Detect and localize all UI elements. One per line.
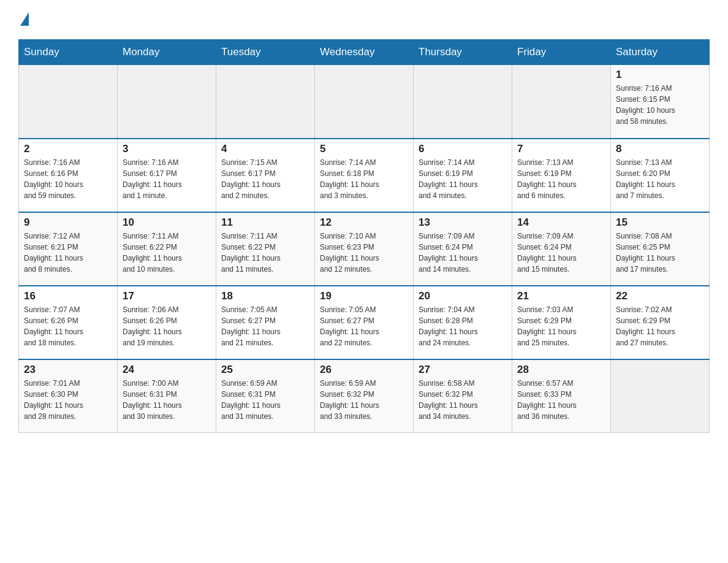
table-row <box>216 65 315 139</box>
day-number: 2 <box>24 143 112 155</box>
day-info: Sunrise: 6:59 AM Sunset: 6:32 PM Dayligh… <box>320 378 408 422</box>
table-row <box>611 359 710 433</box>
table-row: 9Sunrise: 7:12 AM Sunset: 6:21 PM Daylig… <box>19 212 118 286</box>
table-row <box>414 65 512 139</box>
table-row: 21Sunrise: 7:03 AM Sunset: 6:29 PM Dayli… <box>512 286 611 359</box>
table-row <box>118 65 216 139</box>
day-info: Sunrise: 7:13 AM Sunset: 6:19 PM Dayligh… <box>517 157 605 201</box>
day-number: 9 <box>24 216 112 229</box>
day-info: Sunrise: 7:08 AM Sunset: 6:25 PM Dayligh… <box>616 231 704 275</box>
table-row: 14Sunrise: 7:09 AM Sunset: 6:24 PM Dayli… <box>512 212 611 286</box>
day-number: 13 <box>419 216 507 229</box>
table-row: 20Sunrise: 7:04 AM Sunset: 6:28 PM Dayli… <box>414 286 512 359</box>
day-info: Sunrise: 7:09 AM Sunset: 6:24 PM Dayligh… <box>517 231 605 275</box>
day-info: Sunrise: 7:16 AM Sunset: 6:15 PM Dayligh… <box>616 83 704 127</box>
day-number: 3 <box>123 143 211 155</box>
table-row: 4Sunrise: 7:15 AM Sunset: 6:17 PM Daylig… <box>216 139 315 212</box>
day-info: Sunrise: 7:14 AM Sunset: 6:19 PM Dayligh… <box>419 157 507 201</box>
day-info: Sunrise: 7:12 AM Sunset: 6:21 PM Dayligh… <box>24 231 112 275</box>
table-row: 10Sunrise: 7:11 AM Sunset: 6:22 PM Dayli… <box>118 212 216 286</box>
table-row <box>512 65 611 139</box>
day-number: 22 <box>616 290 704 302</box>
logo-triangle-icon <box>20 12 29 26</box>
header-tuesday: Tuesday <box>216 40 315 65</box>
day-info: Sunrise: 7:11 AM Sunset: 6:22 PM Dayligh… <box>123 231 211 275</box>
day-number: 25 <box>221 364 309 376</box>
day-number: 21 <box>517 290 605 302</box>
table-row: 2Sunrise: 7:16 AM Sunset: 6:16 PM Daylig… <box>19 139 118 212</box>
day-number: 4 <box>221 143 309 155</box>
table-row: 12Sunrise: 7:10 AM Sunset: 6:23 PM Dayli… <box>315 212 414 286</box>
header-sunday: Sunday <box>19 40 118 65</box>
weekday-header-row: Sunday Monday Tuesday Wednesday Thursday… <box>19 40 710 65</box>
day-info: Sunrise: 7:02 AM Sunset: 6:29 PM Dayligh… <box>616 304 704 348</box>
day-number: 5 <box>320 143 408 155</box>
logo <box>18 12 29 27</box>
header-friday: Friday <box>512 40 611 65</box>
day-number: 24 <box>123 364 211 376</box>
table-row: 11Sunrise: 7:11 AM Sunset: 6:22 PM Dayli… <box>216 212 315 286</box>
day-number: 14 <box>517 216 605 229</box>
calendar-week-row: 9Sunrise: 7:12 AM Sunset: 6:21 PM Daylig… <box>19 212 710 286</box>
header-monday: Monday <box>118 40 216 65</box>
day-info: Sunrise: 7:13 AM Sunset: 6:20 PM Dayligh… <box>616 157 704 201</box>
day-number: 12 <box>320 216 408 229</box>
table-row: 8Sunrise: 7:13 AM Sunset: 6:20 PM Daylig… <box>611 139 710 212</box>
day-info: Sunrise: 7:05 AM Sunset: 6:27 PM Dayligh… <box>320 304 408 348</box>
table-row: 18Sunrise: 7:05 AM Sunset: 6:27 PM Dayli… <box>216 286 315 359</box>
table-row: 25Sunrise: 6:59 AM Sunset: 6:31 PM Dayli… <box>216 359 315 433</box>
day-number: 8 <box>616 143 704 155</box>
table-row: 23Sunrise: 7:01 AM Sunset: 6:30 PM Dayli… <box>19 359 118 433</box>
table-row: 7Sunrise: 7:13 AM Sunset: 6:19 PM Daylig… <box>512 139 611 212</box>
day-number: 7 <box>517 143 605 155</box>
table-row: 26Sunrise: 6:59 AM Sunset: 6:32 PM Dayli… <box>315 359 414 433</box>
day-number: 11 <box>221 216 309 229</box>
calendar-week-row: 2Sunrise: 7:16 AM Sunset: 6:16 PM Daylig… <box>19 139 710 212</box>
calendar-week-row: 16Sunrise: 7:07 AM Sunset: 6:26 PM Dayli… <box>19 286 710 359</box>
header-thursday: Thursday <box>414 40 512 65</box>
calendar-week-row: 23Sunrise: 7:01 AM Sunset: 6:30 PM Dayli… <box>19 359 710 433</box>
table-row: 5Sunrise: 7:14 AM Sunset: 6:18 PM Daylig… <box>315 139 414 212</box>
table-row <box>315 65 414 139</box>
day-info: Sunrise: 7:16 AM Sunset: 6:17 PM Dayligh… <box>123 157 211 201</box>
day-number: 26 <box>320 364 408 376</box>
day-info: Sunrise: 7:07 AM Sunset: 6:26 PM Dayligh… <box>24 304 112 348</box>
header-wednesday: Wednesday <box>315 40 414 65</box>
day-info: Sunrise: 7:05 AM Sunset: 6:27 PM Dayligh… <box>221 304 309 348</box>
table-row: 6Sunrise: 7:14 AM Sunset: 6:19 PM Daylig… <box>414 139 512 212</box>
table-row: 3Sunrise: 7:16 AM Sunset: 6:17 PM Daylig… <box>118 139 216 212</box>
page-header <box>18 12 710 27</box>
table-row: 15Sunrise: 7:08 AM Sunset: 6:25 PM Dayli… <box>611 212 710 286</box>
day-info: Sunrise: 7:03 AM Sunset: 6:29 PM Dayligh… <box>517 304 605 348</box>
day-number: 28 <box>517 364 605 376</box>
table-row <box>19 65 118 139</box>
day-number: 15 <box>616 216 704 229</box>
day-number: 27 <box>419 364 507 376</box>
day-info: Sunrise: 7:04 AM Sunset: 6:28 PM Dayligh… <box>419 304 507 348</box>
table-row: 1Sunrise: 7:16 AM Sunset: 6:15 PM Daylig… <box>611 65 710 139</box>
day-number: 1 <box>616 69 704 81</box>
table-row: 28Sunrise: 6:57 AM Sunset: 6:33 PM Dayli… <box>512 359 611 433</box>
table-row: 16Sunrise: 7:07 AM Sunset: 6:26 PM Dayli… <box>19 286 118 359</box>
day-info: Sunrise: 6:59 AM Sunset: 6:31 PM Dayligh… <box>221 378 309 422</box>
day-info: Sunrise: 7:06 AM Sunset: 6:26 PM Dayligh… <box>123 304 211 348</box>
table-row: 13Sunrise: 7:09 AM Sunset: 6:24 PM Dayli… <box>414 212 512 286</box>
day-number: 6 <box>419 143 507 155</box>
day-info: Sunrise: 7:15 AM Sunset: 6:17 PM Dayligh… <box>221 157 309 201</box>
calendar-week-row: 1Sunrise: 7:16 AM Sunset: 6:15 PM Daylig… <box>19 65 710 139</box>
day-number: 17 <box>123 290 211 302</box>
day-info: Sunrise: 7:16 AM Sunset: 6:16 PM Dayligh… <box>24 157 112 201</box>
day-info: Sunrise: 7:01 AM Sunset: 6:30 PM Dayligh… <box>24 378 112 422</box>
day-info: Sunrise: 7:09 AM Sunset: 6:24 PM Dayligh… <box>419 231 507 275</box>
day-number: 10 <box>123 216 211 229</box>
day-info: Sunrise: 6:57 AM Sunset: 6:33 PM Dayligh… <box>517 378 605 422</box>
table-row: 22Sunrise: 7:02 AM Sunset: 6:29 PM Dayli… <box>611 286 710 359</box>
table-row: 24Sunrise: 7:00 AM Sunset: 6:31 PM Dayli… <box>118 359 216 433</box>
day-number: 18 <box>221 290 309 302</box>
table-row: 27Sunrise: 6:58 AM Sunset: 6:32 PM Dayli… <box>414 359 512 433</box>
header-saturday: Saturday <box>611 40 710 65</box>
table-row: 17Sunrise: 7:06 AM Sunset: 6:26 PM Dayli… <box>118 286 216 359</box>
day-info: Sunrise: 7:00 AM Sunset: 6:31 PM Dayligh… <box>123 378 211 422</box>
day-info: Sunrise: 7:10 AM Sunset: 6:23 PM Dayligh… <box>320 231 408 275</box>
day-info: Sunrise: 7:14 AM Sunset: 6:18 PM Dayligh… <box>320 157 408 201</box>
